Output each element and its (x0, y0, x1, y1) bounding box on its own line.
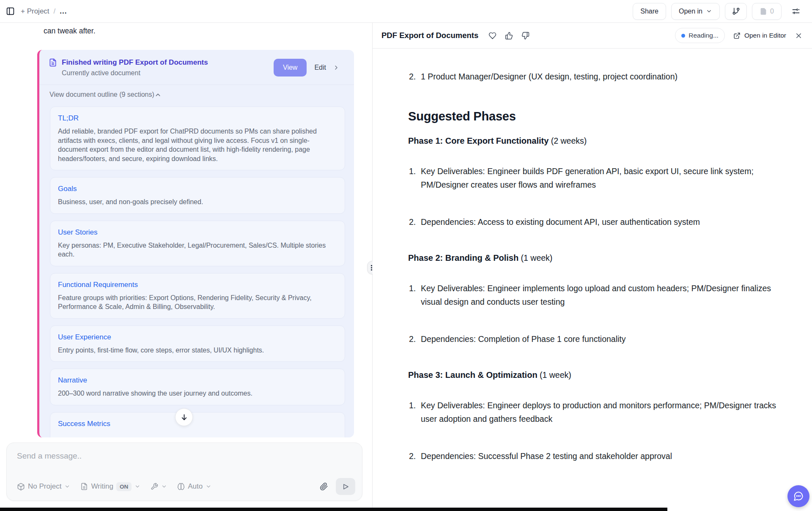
documents-count-button[interactable]: 0 (752, 3, 782, 20)
chevron-down-icon (134, 484, 140, 489)
send-message-button[interactable] (336, 478, 355, 495)
section-title: Functional Requirements (58, 281, 337, 289)
section-description: Add reliable, branded PDF export for Cha… (58, 127, 337, 163)
phase-title-text: Phase 1: Core Export Functionality (408, 136, 549, 145)
message-input[interactable] (7, 443, 362, 467)
document-content: 2. 1 Product Manager/Designer (UX design… (373, 49, 812, 511)
document-section-heading: Suggested Phases (408, 109, 778, 123)
share-button-label: Share (640, 8, 658, 15)
chevron-down-icon (64, 484, 70, 489)
attach-file-button[interactable] (320, 482, 328, 491)
document-title: PDF Export of Documents (381, 31, 478, 40)
list-item-number: 2. (408, 332, 421, 346)
model-selector[interactable]: Auto (177, 482, 211, 491)
outline-section-card[interactable]: User Experience Entry points, first-time… (50, 325, 345, 362)
document-preview-panel: PDF Export of Documents (373, 23, 812, 511)
document-card-header: Finished writing PDF Export of Documents… (39, 50, 354, 85)
list-item-text: Key Deliverables: Engineer deploys to pr… (421, 399, 778, 426)
list-item-number: 2. (408, 215, 421, 229)
chevron-down-icon (161, 484, 167, 489)
breadcrumb-new-project[interactable]: + Project (21, 7, 49, 16)
open-in-button[interactable]: Open in (671, 3, 720, 20)
project-selector-label: No Project (28, 482, 61, 491)
outline-section-card[interactable]: Functional Requirements Feature groups w… (50, 273, 345, 319)
section-title: Goals (58, 185, 337, 193)
phase-title: Phase 2: Branding & Polish (1 week) (408, 253, 778, 263)
scroll-to-bottom-button[interactable] (175, 408, 193, 426)
breadcrumb-more[interactable]: ... (60, 7, 67, 16)
open-in-label: Open in (679, 8, 702, 15)
document-icon (49, 58, 57, 67)
brain-icon (177, 483, 185, 490)
status-label: Reading... (689, 32, 719, 39)
outline-section-card[interactable]: Success Metrics (50, 412, 345, 438)
section-description: Business, user, and non-goals precisely … (58, 197, 337, 207)
chevron-down-icon (206, 484, 211, 489)
edit-document-button[interactable]: Edit (309, 59, 345, 77)
app-window: + Project / ... Share Open in (0, 0, 812, 511)
list-item-text: Key Deliverables: Engineer implements lo… (421, 281, 778, 309)
composer-toolbar: No Project Writing ON (17, 478, 355, 495)
section-title: Success Metrics (58, 420, 337, 428)
status-dot-icon (681, 34, 685, 38)
writing-mode-toggle[interactable]: Writing ON (80, 482, 140, 491)
favorite-button[interactable] (488, 32, 497, 40)
chevron-up-icon (154, 91, 162, 98)
window-bottom-edge (0, 508, 667, 511)
thumbs-up-button[interactable] (505, 32, 513, 40)
list-item-number: 2. (408, 449, 421, 463)
list-item-text: 1 Product Manager/Designer (UX design, t… (421, 70, 778, 83)
chevron-down-icon (706, 8, 712, 14)
outline-section-card[interactable]: Narrative 200–300 word narrative showing… (50, 369, 345, 405)
document-list-item: 2. Dependencies: Successful Phase 2 test… (408, 449, 778, 463)
branch-button[interactable] (725, 3, 747, 20)
phase-block: Phase 3: Launch & Optimization (1 week) … (408, 370, 778, 463)
outline-section-card[interactable]: Goals Business, user, and non-goals prec… (50, 177, 345, 214)
git-branch-icon (732, 7, 740, 15)
section-description: Feature groups with priorities: Export O… (58, 293, 337, 312)
list-item-number: 1. (408, 164, 421, 191)
phase-title-text: Phase 3: Launch & Optimization (408, 370, 538, 380)
document-list-item: 2. Dependencies: Access to existing docu… (408, 215, 778, 229)
document-card-subtitle: Currently active document (62, 69, 208, 77)
thumbs-up-icon (505, 32, 513, 40)
section-description: 200–300 word narrative showing the user … (58, 389, 337, 398)
outline-toggle[interactable]: View document outline (9 sections) (39, 85, 354, 104)
list-item-text: Dependencies: Successful Phase 2 testing… (421, 449, 778, 463)
document-list-item: 1. Key Deliverables: Engineer deploys to… (408, 399, 778, 426)
section-title: Narrative (58, 376, 337, 385)
close-panel-button[interactable] (795, 32, 803, 40)
open-in-editor-button[interactable]: Open in Editor (733, 32, 786, 39)
document-panel-header: PDF Export of Documents (373, 23, 812, 49)
outline-section-card[interactable]: TL;DR Add reliable, branded PDF export f… (50, 107, 345, 170)
external-link-icon (733, 32, 741, 39)
phase-title: Phase 3: Launch & Optimization (1 week) (408, 370, 778, 380)
thumbs-down-button[interactable] (521, 32, 529, 40)
share-button[interactable]: Share (633, 3, 666, 20)
document-list-item: 2. Dependencies: Completion of Phase 1 c… (408, 332, 778, 346)
file-text-icon (80, 483, 88, 490)
section-title: User Stories (58, 228, 337, 237)
outline-section-card[interactable]: User Stories Key personas: PM, Executive… (50, 221, 345, 266)
paperclip-icon (320, 482, 328, 491)
sidebar-toggle-button[interactable] (6, 7, 15, 16)
section-description: Entry points, first-time flow, core step… (58, 346, 337, 355)
phase-duration: (2 weeks) (549, 136, 587, 145)
active-document-block: Finished writing PDF Export of Documents… (37, 50, 354, 437)
chat-panel: can tweak after. Finished writing PDF Ex… (0, 23, 372, 511)
file-icon (760, 8, 767, 15)
preferences-button[interactable] (787, 3, 805, 20)
section-title: User Experience (58, 333, 337, 342)
support-chat-button[interactable] (787, 485, 809, 507)
open-in-editor-label: Open in Editor (744, 32, 786, 39)
list-item-number: 1. (408, 399, 421, 426)
edit-button-label: Edit (314, 64, 326, 71)
writing-mode-label: Writing (91, 482, 113, 491)
document-list-item: 2. 1 Product Manager/Designer (UX design… (408, 70, 778, 83)
chat-bubble-icon (793, 491, 804, 502)
tools-selector[interactable] (151, 483, 167, 490)
view-document-button[interactable]: View (274, 59, 307, 77)
project-selector[interactable]: No Project (17, 482, 70, 491)
phase-title: Phase 1: Core Export Functionality (2 we… (408, 136, 778, 146)
list-item-number: 1. (408, 281, 421, 309)
